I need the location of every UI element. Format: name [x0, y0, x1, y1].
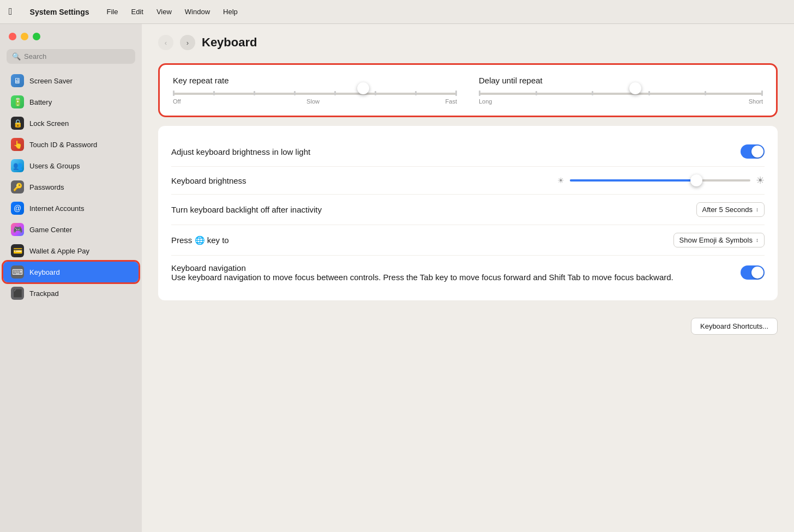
brightness-thumb[interactable] — [690, 174, 702, 186]
menu-help[interactable]: Help — [223, 8, 238, 16]
sidebar-item-label: Users & Groups — [29, 162, 80, 170]
keyboard-nav-row: Keyboard navigation Use keyboard navigat… — [171, 256, 765, 289]
key-repeat-card: Key repeat rate — [158, 63, 778, 117]
internet-icon: @ — [11, 202, 24, 215]
brightness-slider-row: Keyboard brightness ☀ ☀ — [171, 167, 765, 195]
menu-bar:  System Settings File Edit View Window … — [0, 0, 794, 24]
delay-until-repeat-label: Delay until repeat — [479, 76, 763, 85]
search-input[interactable] — [24, 52, 130, 61]
brightness-slider-wrapper[interactable]: ☀ ☀ — [557, 174, 765, 186]
press-key-dropdown-value: Show Emoji & Symbols — [679, 236, 753, 244]
press-key-row: Press 🌐 key to Show Emoji & Symbols ↕ — [171, 225, 765, 256]
touch-id-icon: 👆 — [11, 138, 24, 151]
sidebar-item-label: Screen Saver — [29, 77, 73, 85]
press-key-label: Press 🌐 key to — [171, 235, 229, 245]
globe-icon: 🌐 — [195, 235, 205, 245]
sidebar-item-touch-id[interactable]: 👆 Touch ID & Password — [3, 134, 139, 155]
key-repeat-thumb[interactable] — [357, 82, 369, 94]
lock-screen-icon: 🔒 — [11, 117, 24, 130]
trackpad-icon: ⬛ — [11, 287, 24, 300]
main-window: 🔍 🖥 Screen Saver 🔋 Battery 🔒 Lock Screen… — [0, 24, 794, 532]
press-key-dropdown[interactable]: Show Emoji & Symbols ↕ — [673, 233, 765, 247]
keyboard-nav-labels: Keyboard navigation Use keyboard navigat… — [171, 263, 673, 282]
wallet-icon: 💳 — [11, 244, 24, 257]
delay-thumb[interactable] — [629, 82, 641, 94]
minimize-button[interactable] — [21, 33, 28, 40]
backlight-dropdown[interactable]: After 5 Seconds ↕ — [696, 202, 765, 217]
brightness-track — [570, 179, 750, 182]
sidebar-item-passwords[interactable]: 🔑 Passwords — [3, 177, 139, 197]
page-title: Keyboard — [202, 35, 257, 50]
backlight-dropdown-value: After 5 Seconds — [702, 205, 753, 214]
apple-logo-icon:  — [9, 6, 13, 17]
sidebar-item-users[interactable]: 👥 Users & Groups — [3, 155, 139, 176]
key-repeat-slow-label: Slow — [306, 98, 320, 105]
battery-icon: 🔋 — [11, 95, 24, 108]
key-repeat-section: Key repeat rate — [173, 76, 763, 105]
users-icon: 👥 — [11, 159, 24, 172]
delay-track — [479, 93, 763, 95]
sidebar-item-keyboard-wrapper: ⌨ Keyboard — [3, 262, 139, 282]
shortcuts-btn-container: Keyboard Shortcuts... — [158, 309, 778, 335]
brightness-fill — [570, 179, 696, 182]
sidebar-item-trackpad[interactable]: ⬛ Trackpad — [3, 283, 139, 304]
key-repeat-labels: Off Slow Fast — [173, 98, 457, 105]
sidebar-item-label: Internet Accounts — [29, 204, 84, 213]
brightness-toggle-label: Adjust keyboard brightness in low light — [171, 147, 310, 156]
sidebar: 🔍 🖥 Screen Saver 🔋 Battery 🔒 Lock Screen… — [0, 24, 142, 532]
menu-window[interactable]: Window — [185, 8, 210, 16]
delay-labels: Long Short — [479, 98, 763, 105]
keyboard-shortcuts-button[interactable]: Keyboard Shortcuts... — [691, 318, 778, 335]
key-repeat-rate-section: Key repeat rate — [173, 76, 457, 105]
traffic-lights — [0, 33, 142, 49]
sidebar-item-keyboard[interactable]: ⌨ Keyboard — [3, 262, 139, 282]
game-center-icon: 🎮 — [11, 223, 24, 236]
delay-slider-wrapper[interactable] — [479, 93, 763, 95]
key-repeat-track — [173, 93, 457, 95]
keyboard-nav-toggle-knob — [751, 267, 763, 279]
delay-until-repeat-section: Delay until repeat — [479, 76, 763, 105]
brightness-toggle[interactable] — [741, 144, 765, 159]
key-repeat-slider-wrapper[interactable] — [173, 93, 457, 95]
sidebar-item-wallet[interactable]: 💳 Wallet & Apple Pay — [3, 240, 139, 261]
sidebar-item-label: Passwords — [29, 183, 64, 191]
keyboard-nav-toggle[interactable] — [741, 265, 765, 280]
app-name: System Settings — [30, 8, 89, 16]
sidebar-item-internet[interactable]: @ Internet Accounts — [3, 198, 139, 219]
menu-edit[interactable]: Edit — [131, 8, 143, 16]
content-area: ‹ › Keyboard Key repeat rate — [142, 24, 794, 532]
menu-file[interactable]: File — [107, 8, 118, 16]
search-bar[interactable]: 🔍 — [7, 49, 135, 64]
passwords-icon: 🔑 — [11, 180, 24, 194]
sidebar-item-battery[interactable]: 🔋 Battery — [3, 92, 139, 112]
sidebar-item-label: Keyboard — [29, 268, 60, 276]
keyboard-nav-label: Keyboard navigation — [171, 263, 673, 273]
sidebar-item-game-center[interactable]: 🎮 Game Center — [3, 219, 139, 240]
sidebar-item-lock-screen[interactable]: 🔒 Lock Screen — [3, 113, 139, 134]
brightness-slider-label: Keyboard brightness — [171, 176, 246, 185]
key-repeat-fast-label: Fast — [446, 98, 457, 105]
sidebar-item-label: Lock Screen — [29, 119, 69, 128]
settings-card: Adjust keyboard brightness in low light … — [158, 126, 778, 300]
brightness-low-icon: ☀ — [557, 176, 564, 185]
backlight-off-label: Turn keyboard backlight off after inacti… — [171, 205, 322, 214]
close-button[interactable] — [9, 33, 16, 40]
menu-view[interactable]: View — [157, 8, 172, 16]
keyboard-nav-sublabel: Use keyboard navigation to move focus be… — [171, 273, 673, 282]
sidebar-item-label: Trackpad — [29, 289, 59, 298]
nav-header: ‹ › Keyboard — [158, 35, 778, 50]
brightness-toggle-row: Adjust keyboard brightness in low light — [171, 137, 765, 167]
key-repeat-label: Key repeat rate — [173, 76, 457, 85]
brightness-toggle-knob — [751, 146, 763, 158]
back-button[interactable]: ‹ — [158, 35, 173, 50]
backlight-dropdown-arrow-icon: ↕ — [756, 207, 759, 213]
maximize-button[interactable] — [33, 33, 40, 40]
delay-long-label: Long — [479, 98, 492, 105]
sidebar-item-label: Battery — [29, 98, 52, 106]
key-repeat-off-label: Off — [173, 98, 181, 105]
sidebar-item-label: Touch ID & Password — [29, 141, 97, 149]
forward-button[interactable]: › — [180, 35, 195, 50]
sidebar-item-screen-saver[interactable]: 🖥 Screen Saver — [3, 70, 139, 91]
keyboard-icon: ⌨ — [11, 265, 24, 279]
brightness-high-icon: ☀ — [756, 174, 765, 186]
